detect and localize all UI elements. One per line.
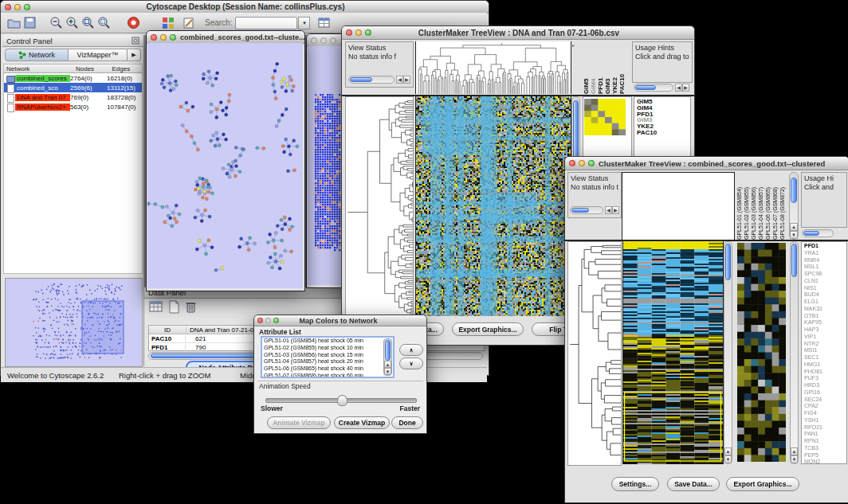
attribute-list-item[interactable]: GPL51-01 (GSM854) heat shock 05 min — [262, 338, 393, 345]
scroll-left-icon[interactable]: ◀ — [605, 206, 612, 214]
tv2-gene-label[interactable]: PEP5 — [804, 452, 846, 459]
tv2-column-label[interactable]: GPL51-07 (GSM868) — [771, 172, 779, 240]
move-down-button[interactable]: ∨ — [399, 357, 423, 369]
slider-thumb[interactable] — [337, 395, 347, 406]
zoom-button[interactable] — [24, 4, 30, 10]
tv1-column-label[interactable]: GIM4 — [590, 41, 597, 94]
tv2-global-heatmap[interactable] — [622, 241, 724, 464]
tv2-hints-hscroll-thumb[interactable] — [803, 231, 819, 236]
animation-speed-slider[interactable] — [265, 398, 417, 403]
tv1-row-dendrogram[interactable] — [345, 96, 414, 318]
treeview-2-titlebar[interactable]: ClusterMaker TreeView : combined_scores_… — [565, 157, 848, 170]
tv2-gene-label[interactable]: MAK31 — [804, 306, 846, 313]
minimize-button[interactable] — [14, 4, 21, 10]
help-lifesaver-icon[interactable] — [125, 15, 141, 31]
tv2-gene-label[interactable]: BUD4 — [804, 291, 846, 299]
tv1-global-heatmap[interactable] — [415, 96, 571, 316]
tv2-gene-label[interactable]: NIS1 — [804, 285, 846, 292]
tv2-column-label[interactable]: GPL51-01 (GSM854) — [736, 172, 743, 240]
zoom-out-icon[interactable] — [49, 15, 65, 31]
tv1-column-label[interactable]: GIM3 — [604, 41, 611, 94]
import-table-icon[interactable] — [316, 15, 332, 31]
tv1-status-hscrollbar[interactable] — [348, 76, 395, 84]
scroll-down-icon[interactable]: ▼ — [790, 231, 798, 239]
tv1-zoom-heatmap[interactable] — [584, 99, 626, 135]
tv2-save-data-button[interactable]: Save Data... — [667, 477, 720, 491]
main-titlebar[interactable]: Cytoscape Desktop (Session Name: collins… — [1, 1, 489, 14]
tv2-row-dendrogram[interactable] — [567, 241, 622, 466]
close-button[interactable] — [346, 29, 352, 36]
tv2-gene-label[interactable]: MSI1 — [804, 347, 846, 354]
tab-network[interactable]: Network — [5, 49, 69, 61]
tv2-gene-label[interactable]: MSL1 — [804, 264, 846, 271]
minimize-button[interactable] — [265, 318, 271, 323]
birds-eye-view[interactable] — [5, 278, 143, 367]
tv2-gene-label[interactable]: RNR4 — [804, 257, 846, 264]
zoom-button[interactable] — [588, 160, 595, 166]
network-view-canvas[interactable] — [147, 43, 303, 288]
attribute-list-item[interactable]: GPL51-04 (GSM857) heat shock 20 min — [262, 358, 393, 365]
tv2-gene-label[interactable]: HMG1 — [804, 361, 846, 369]
tv2-settings-button[interactable]: Settings... — [611, 477, 659, 491]
scroll-down-icon[interactable]: ▼ — [384, 368, 391, 375]
scroll-up-icon[interactable]: ▲ — [790, 223, 798, 231]
close-button[interactable] — [569, 160, 575, 166]
tv2-zoom-vscroll-thumb[interactable] — [791, 244, 797, 277]
search-dropdown-arrow[interactable]: ▼ — [298, 17, 310, 29]
minimize-button[interactable] — [579, 160, 585, 166]
tv2-gene-list[interactable]: PFD1YRA1RNR4MSL1SPC98CLN1NIS1BUD4ELG1MAK… — [801, 241, 847, 464]
tv2-gene-label[interactable]: NTR2 — [804, 341, 846, 348]
tv2-gene-label[interactable]: KAP95 — [804, 319, 846, 326]
tv2-gene-label[interactable]: PHO81 — [804, 369, 846, 376]
tv2-column-dendrogram-area[interactable] — [622, 172, 735, 241]
close-button[interactable] — [311, 37, 317, 44]
tv1-hints-hscroll-thumb[interactable] — [635, 85, 656, 90]
tv2-gene-label[interactable]: PFD1 — [804, 243, 846, 250]
tv1-vscroll-thumb[interactable] — [573, 100, 579, 159]
tv2-zoom-heatmap[interactable] — [737, 243, 786, 462]
tv1-column-label[interactable]: PAC10 — [618, 41, 626, 94]
tv2-gene-label[interactable]: YSH1 — [804, 417, 846, 424]
select-attributes-icon[interactable] — [149, 300, 163, 314]
tab-overflow-button[interactable]: ▶ — [128, 49, 141, 61]
tv2-gene-label[interactable]: SEC24 — [804, 397, 846, 404]
zoom-button[interactable] — [273, 318, 279, 323]
zoom-selected-icon[interactable] — [96, 15, 112, 31]
tv2-header-vscrollbar[interactable]: ▲ ▼ — [789, 172, 799, 240]
tv2-gene-label[interactable]: VIP1 — [804, 334, 846, 341]
tv2-gene-label[interactable]: PAN1 — [804, 431, 846, 438]
network-row[interactable]: combined_sco 2569(6) 13112(15) — [4, 83, 142, 92]
delete-attribute-icon[interactable] — [185, 300, 197, 314]
open-file-icon[interactable] — [6, 15, 22, 31]
zoom-button[interactable] — [330, 37, 336, 44]
scroll-right-icon[interactable]: ▶ — [682, 84, 689, 92]
network-window-1-titlebar[interactable]: combined_scores_good.txt--cluste... — [147, 31, 304, 44]
tv2-gene-label[interactable]: GPI16 — [804, 389, 846, 397]
tv2-main-vscroll-thumb[interactable] — [725, 244, 731, 280]
tv1-column-dendrogram[interactable] — [415, 41, 571, 94]
tv2-column-label[interactable]: GPL51-08 (GSM872) — [779, 172, 786, 240]
tv2-gene-label[interactable]: GTB1 — [804, 313, 846, 320]
tv1-column-label[interactable]: YKE2 — [611, 41, 618, 94]
dialog-titlebar[interactable]: Map Colors to Network — [254, 315, 426, 326]
scroll-right-icon[interactable]: ▶ — [612, 206, 619, 214]
attribute-listbox[interactable]: GPL51-01 (GSM854) heat shock 05 minGPL51… — [261, 336, 395, 378]
tv2-header-vscroll-thumb[interactable] — [791, 178, 797, 203]
tv2-gene-label[interactable]: TCB3 — [804, 445, 846, 452]
tv2-gene-label[interactable]: MON2 — [804, 459, 846, 464]
birds-eye-canvas[interactable] — [6, 279, 140, 365]
tab-vizmapper[interactable]: VizMapper™ — [69, 49, 128, 61]
tv2-column-label[interactable]: GPL51-06 (GSM865) — [764, 172, 771, 240]
tv2-column-label[interactable]: GPL51-02 (GSM855) — [743, 172, 750, 240]
id-column-header[interactable]: ID — [149, 326, 186, 334]
tv2-gene-label[interactable]: FIG4 — [804, 410, 846, 417]
scroll-left-icon[interactable]: ◀ — [396, 76, 403, 84]
tv1-hints-hscrollbar[interactable] — [634, 84, 673, 92]
scroll-up-icon[interactable]: ▲ — [791, 447, 798, 455]
zoom-button[interactable] — [365, 29, 371, 36]
tv2-column-label[interactable]: GPL51-04 (GSM857) — [757, 172, 764, 240]
attribute-list-item[interactable]: GPL51-02 (GSM855) heat shock 10 min — [262, 345, 393, 352]
save-icon[interactable] — [22, 15, 37, 31]
scroll-up-icon[interactable]: ▲ — [384, 361, 391, 368]
attribute-list-vscrollbar[interactable]: ▲ ▼ — [383, 338, 392, 376]
